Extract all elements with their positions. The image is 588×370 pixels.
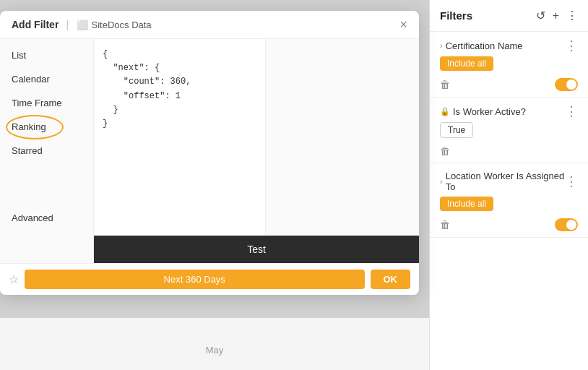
dialog-sidebar: List Calendar Time Frame Ranking Starred <box>0 39 94 263</box>
dialog-content: { "next": { "count": 360, "offset": 1 } … <box>94 39 419 263</box>
filter-item-location-worker-header: › Location Worker Is Assigned To ⋮ <box>440 171 578 192</box>
json-right-panel <box>266 39 420 236</box>
json-area: { "next": { "count": 360, "offset": 1 } … <box>94 39 419 236</box>
worker-active-label: Is Worker Active? <box>453 106 526 117</box>
json-text: { "next": { "count": 360, "offset": 1 } … <box>103 48 256 131</box>
location-worker-chevron: › <box>440 177 443 186</box>
filter-item-worker-active: 🔒 Is Worker Active? ⋮ True 🗑 <box>430 98 588 163</box>
worker-active-badge: True <box>440 122 473 138</box>
main-container: May Add Filter | ⬜ SiteDocs Data × <box>0 0 588 370</box>
more-options-icon[interactable]: ⋮ <box>566 9 578 22</box>
worker-active-footer: 🗑 <box>440 145 578 157</box>
dialog-close-button[interactable]: × <box>399 18 407 31</box>
month-label: May <box>206 345 224 356</box>
certification-name-chevron: › <box>440 41 443 50</box>
sidebar-item-calendar-label: Calendar <box>12 74 50 85</box>
dialog-title: Add Filter <box>12 19 59 30</box>
sidebar-item-starred-label: Starred <box>12 145 43 156</box>
filter-certification-name-title: › Certification Name <box>440 40 523 51</box>
dialog-subtitle-text: SiteDocs Data <box>92 20 152 30</box>
filter-item-location-worker: › Location Worker Is Assigned To ⋮ Inclu… <box>430 163 588 238</box>
test-bar: Test <box>94 236 419 263</box>
filter-item-worker-active-header: 🔒 Is Worker Active? ⋮ <box>440 105 578 118</box>
location-worker-more-icon[interactable]: ⋮ <box>565 175 578 188</box>
sidebar-item-list-label: List <box>12 50 26 61</box>
ok-button[interactable]: OK <box>371 270 411 289</box>
dialog-header: Add Filter | ⬜ SiteDocs Data × <box>0 11 419 39</box>
dialog-subtitle: ⬜ SiteDocs Data <box>77 20 152 30</box>
left-area: May Add Filter | ⬜ SiteDocs Data × <box>0 0 429 370</box>
location-worker-footer: 🗑 <box>440 218 578 231</box>
dialog-header-left: Add Filter | ⬜ SiteDocs Data <box>12 18 152 31</box>
location-worker-toggle[interactable] <box>555 218 578 231</box>
filters-header: Filters ↺ + ⋮ <box>430 0 588 32</box>
certification-name-badge: Include all <box>440 56 493 71</box>
favorite-button[interactable]: ☆ <box>9 272 19 286</box>
sidebar-item-ranking[interactable]: Ranking <box>0 115 93 139</box>
sidebar-item-ranking-label: Ranking <box>12 121 46 132</box>
dialog-body: List Calendar Time Frame Ranking Starred <box>0 39 419 263</box>
worker-active-trash-icon[interactable]: 🗑 <box>440 145 450 157</box>
location-worker-badge: Include all <box>440 197 493 211</box>
json-left-panel: { "next": { "count": 360, "offset": 1 } … <box>94 39 266 236</box>
location-worker-label: Location Worker Is Assigned To <box>446 171 565 192</box>
filters-actions: ↺ + ⋮ <box>536 9 578 22</box>
worker-active-more-icon[interactable]: ⋮ <box>565 105 578 118</box>
refresh-icon[interactable]: ↺ <box>536 9 545 22</box>
sidebar-item-timeframe[interactable]: Time Frame <box>0 91 93 115</box>
sidebar-item-advanced-label: Advanced <box>12 212 53 223</box>
add-filter-dialog: Add Filter | ⬜ SiteDocs Data × List <box>0 11 419 295</box>
sidebar-item-advanced[interactable]: Advanced <box>0 206 93 230</box>
certification-name-more-icon[interactable]: ⋮ <box>565 39 578 52</box>
filter-item-certification-name: › Certification Name ⋮ Include all 🗑 <box>430 32 588 98</box>
filters-panel-title: Filters <box>440 9 472 22</box>
certification-name-trash-icon[interactable]: 🗑 <box>440 79 450 90</box>
filter-worker-active-title: 🔒 Is Worker Active? <box>440 106 526 117</box>
dialog-footer: ☆ Next 360 Days OK <box>0 263 419 295</box>
worker-active-lock-icon: 🔒 <box>440 107 450 116</box>
add-filter-icon[interactable]: + <box>553 9 559 22</box>
test-button[interactable]: Test <box>101 244 412 255</box>
sidebar-item-starred[interactable]: Starred <box>0 139 93 163</box>
certification-name-toggle[interactable] <box>555 78 578 91</box>
certification-name-label: Certification Name <box>446 40 523 51</box>
sidebar-item-timeframe-label: Time Frame <box>12 98 62 108</box>
sitedocs-icon: ⬜ <box>77 20 88 30</box>
sidebar-item-list[interactable]: List <box>0 43 93 67</box>
period-button[interactable]: Next 360 Days <box>25 270 365 289</box>
sidebar-item-calendar[interactable]: Calendar <box>0 67 93 91</box>
filters-panel: Filters ↺ + ⋮ › Certification Name ⋮ Inc… <box>429 0 588 370</box>
filter-item-certification-name-header: › Certification Name ⋮ <box>440 39 578 52</box>
certification-name-footer: 🗑 <box>440 78 578 91</box>
location-worker-trash-icon[interactable]: 🗑 <box>440 219 450 231</box>
filter-location-worker-title: › Location Worker Is Assigned To <box>440 171 565 192</box>
